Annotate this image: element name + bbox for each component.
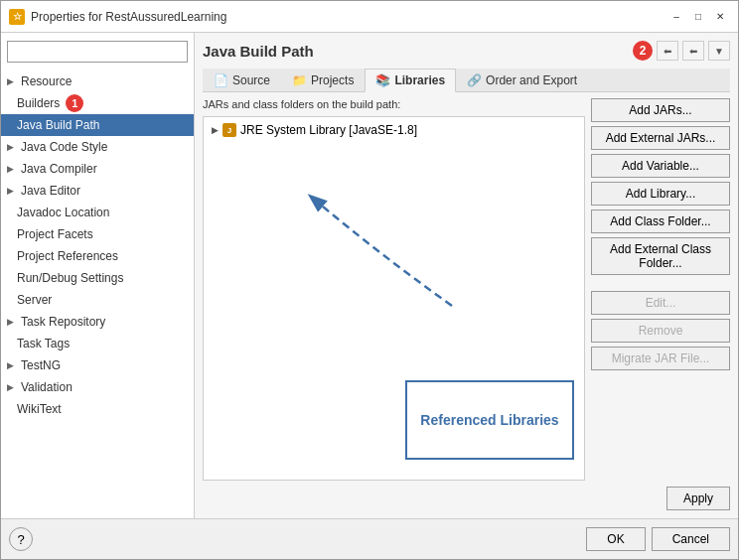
order-tab-icon: 🔗 <box>467 73 482 87</box>
nav-back2-button[interactable]: ⬅ <box>682 41 704 61</box>
tab-libraries-label: Libraries <box>394 73 445 87</box>
title-bar: ☆ Properties for RestAussuredLearning – … <box>1 1 738 33</box>
sidebar-item-java-build-path[interactable]: Java Build Path <box>1 114 194 136</box>
sidebar-item-label: Validation <box>21 378 73 396</box>
sidebar-arrow: ▶ <box>7 313 17 331</box>
jre-label: JRE System Library [JavaSE-1.8] <box>240 123 417 137</box>
close-button[interactable]: ✕ <box>710 8 730 26</box>
sidebar-arrow: ▶ <box>7 182 17 200</box>
action-btn-add-variable---[interactable]: Add Variable... <box>591 154 730 178</box>
sidebar-item-java-compiler[interactable]: ▶Java Compiler <box>1 158 194 180</box>
content-area: ▶ResourceBuilders1Java Build Path▶Java C… <box>1 33 738 518</box>
nav-back-button[interactable]: ⬅ <box>657 41 678 61</box>
sidebar-item-testng[interactable]: ▶TestNG <box>1 354 194 376</box>
badge-2: 2 <box>633 41 653 61</box>
panel-title: Java Build Path <box>203 43 314 60</box>
sidebar-item-label: Java Editor <box>21 182 80 200</box>
sidebar-item-java-editor[interactable]: ▶Java Editor <box>1 180 194 202</box>
sidebar-item-task-repository[interactable]: ▶Task Repository <box>1 311 194 333</box>
tab-source[interactable]: 📄 Source <box>203 69 281 91</box>
sidebar-arrow: ▶ <box>7 356 17 374</box>
main-panel: Java Build Path 2 ⬅ ⬅ ▼ 📄 Source 📁 Proje… <box>195 33 738 518</box>
tree-arrow: ▶ <box>212 125 219 135</box>
sidebar-item-label: Task Tags <box>17 335 70 352</box>
minimize-button[interactable]: – <box>666 8 686 26</box>
sidebar-item-project-references[interactable]: Project References <box>1 245 194 267</box>
footer-bar: ? OK Cancel <box>1 518 738 559</box>
build-area: JARs and class folders on the build path… <box>203 98 730 481</box>
referenced-libraries-label: Referenced Libraries <box>420 412 558 428</box>
window-title: Properties for RestAussuredLearning <box>31 10 226 24</box>
sidebar-item-project-facets[interactable]: Project Facets <box>1 223 194 245</box>
apply-button[interactable]: Apply <box>666 487 730 510</box>
sidebar-item-run/debug-settings[interactable]: Run/Debug Settings <box>1 267 194 289</box>
sidebar-item-resource[interactable]: ▶Resource <box>1 70 194 92</box>
panel-header: Java Build Path 2 ⬅ ⬅ ▼ <box>203 41 730 61</box>
sidebar-item-label: Task Repository <box>21 313 105 331</box>
tab-projects[interactable]: 📁 Projects <box>281 69 365 91</box>
tree-item-jre[interactable]: ▶ J JRE System Library [JavaSE-1.8] <box>208 121 580 139</box>
sidebar-item-label: Project Facets <box>17 225 93 243</box>
sidebar-arrow: ▶ <box>7 160 17 178</box>
sidebar-item-wikitext[interactable]: WikiText <box>1 398 194 420</box>
search-input[interactable] <box>7 41 188 63</box>
dashed-arrow <box>283 177 482 326</box>
tab-libraries[interactable]: 📚 Libraries <box>365 69 456 92</box>
action-btn-add-jars---[interactable]: Add JARs... <box>591 98 730 122</box>
properties-window: ☆ Properties for RestAussuredLearning – … <box>0 0 739 560</box>
source-tab-icon: 📄 <box>214 73 228 87</box>
sidebar: ▶ResourceBuilders1Java Build Path▶Java C… <box>1 33 195 518</box>
sidebar-item-label: Run/Debug Settings <box>17 269 123 287</box>
info-text: JARs and class folders on the build path… <box>203 98 585 110</box>
sidebar-arrow: ▶ <box>7 378 17 396</box>
action-btn-migrate-jar-file---: Migrate JAR File... <box>591 347 730 370</box>
buttons-panel: Add JARs...Add External JARs...Add Varia… <box>591 98 730 481</box>
window-icon: ☆ <box>9 9 25 25</box>
sidebar-item-label: TestNG <box>21 356 61 374</box>
action-btn-add-class-folder---[interactable]: Add Class Folder... <box>591 210 730 233</box>
sidebar-item-validation[interactable]: ▶Validation <box>1 376 194 398</box>
window-controls: – □ ✕ <box>666 8 730 26</box>
sidebar-item-label: Java Code Style <box>21 138 107 156</box>
sidebar-item-label: Builders <box>17 94 60 112</box>
ok-button[interactable]: OK <box>586 527 645 551</box>
action-btn-add-external-class-folder---[interactable]: Add External Class Folder... <box>591 237 730 275</box>
sidebar-item-javadoc-location[interactable]: Javadoc Location <box>1 202 194 223</box>
maximize-button[interactable]: □ <box>688 8 708 26</box>
sidebar-item-builders[interactable]: Builders1 <box>1 92 194 114</box>
sidebar-item-label: WikiText <box>17 400 62 418</box>
action-btn-remove: Remove <box>591 319 730 343</box>
sidebar-item-server[interactable]: Server <box>1 289 194 311</box>
sidebar-item-label: Java Build Path <box>17 116 99 134</box>
apply-row: Apply <box>203 487 730 510</box>
help-button[interactable]: ? <box>9 527 33 551</box>
tree-panel: ▶ J JRE System Library [JavaSE-1.8] <box>203 116 585 481</box>
action-btn-add-external-jars---[interactable]: Add External JARs... <box>591 126 730 150</box>
tab-projects-label: Projects <box>311 73 354 87</box>
tabs-bar: 📄 Source 📁 Projects 📚 Libraries 🔗 Order … <box>203 69 730 92</box>
referenced-libraries-box: Referenced Libraries <box>405 380 574 460</box>
sidebar-item-task-tags[interactable]: Task Tags <box>1 333 194 354</box>
cancel-button[interactable]: Cancel <box>652 527 730 551</box>
tab-order-label: Order and Export <box>486 73 577 87</box>
jre-icon: J <box>222 123 236 137</box>
search-box <box>1 37 194 67</box>
sidebar-item-label: Server <box>17 291 52 309</box>
nav-dropdown-button[interactable]: ▼ <box>708 41 730 61</box>
tab-order-export[interactable]: 🔗 Order and Export <box>456 69 588 91</box>
sidebar-item-label: Javadoc Location <box>17 204 109 221</box>
libraries-tab-icon: 📚 <box>375 73 390 87</box>
action-btn-edit---: Edit... <box>591 291 730 315</box>
projects-tab-icon: 📁 <box>292 73 307 87</box>
tab-source-label: Source <box>232 73 270 87</box>
sidebar-item-label: Resource <box>21 72 72 90</box>
sidebar-arrow: ▶ <box>7 72 17 90</box>
sidebar-badge: 1 <box>66 94 83 112</box>
sidebar-item-java-code-style[interactable]: ▶Java Code Style <box>1 136 194 158</box>
sidebar-arrow: ▶ <box>7 138 17 156</box>
sidebar-item-label: Java Compiler <box>21 160 97 178</box>
action-btn-add-library---[interactable]: Add Library... <box>591 182 730 206</box>
sidebar-item-label: Project References <box>17 247 118 265</box>
